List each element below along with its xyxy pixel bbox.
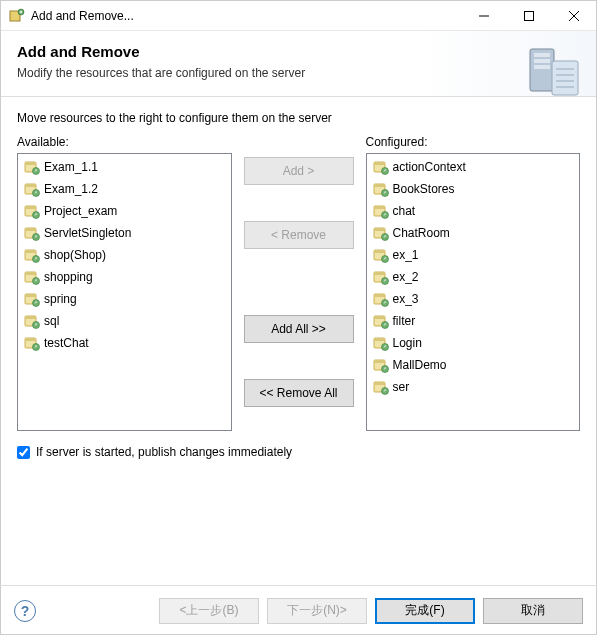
- list-item[interactable]: Exam_1.1: [20, 156, 229, 178]
- content-area: Move resources to the right to configure…: [1, 97, 596, 469]
- list-item[interactable]: Login: [369, 332, 578, 354]
- svg-rect-4: [534, 53, 550, 57]
- list-item[interactable]: ServletSingleton: [20, 222, 229, 244]
- remove-all-button[interactable]: << Remove All: [244, 379, 354, 407]
- close-button[interactable]: [551, 1, 596, 31]
- list-item[interactable]: BookStores: [369, 178, 578, 200]
- list-item[interactable]: spring: [20, 288, 229, 310]
- module-icon: [24, 225, 40, 241]
- svg-rect-6: [534, 65, 550, 69]
- module-icon: [373, 269, 389, 285]
- svg-rect-64: [374, 338, 385, 341]
- list-item[interactable]: shopping: [20, 266, 229, 288]
- svg-rect-61: [374, 316, 385, 319]
- list-item-label: ex_1: [393, 248, 419, 262]
- module-icon: [24, 181, 40, 197]
- list-item[interactable]: ChatRoom: [369, 222, 578, 244]
- wizard-footer: ? <上一步(B) 下一步(N)> 完成(F) 取消: [0, 585, 597, 635]
- page-title: Add and Remove: [17, 43, 580, 60]
- next-button[interactable]: 下一步(N)>: [267, 598, 367, 624]
- svg-rect-25: [25, 250, 36, 253]
- svg-rect-46: [374, 206, 385, 209]
- cancel-button[interactable]: 取消: [483, 598, 583, 624]
- svg-rect-34: [25, 316, 36, 319]
- minimize-button[interactable]: [461, 1, 506, 31]
- svg-rect-31: [25, 294, 36, 297]
- svg-rect-16: [25, 184, 36, 187]
- add-button[interactable]: Add >: [244, 157, 354, 185]
- list-item-label: ser: [393, 380, 410, 394]
- help-icon[interactable]: ?: [14, 600, 36, 622]
- svg-rect-67: [374, 360, 385, 363]
- list-item[interactable]: Project_exam: [20, 200, 229, 222]
- svg-rect-19: [25, 206, 36, 209]
- list-item[interactable]: MallDemo: [369, 354, 578, 376]
- module-icon: [373, 313, 389, 329]
- list-item[interactable]: filter: [369, 310, 578, 332]
- list-item[interactable]: testChat: [20, 332, 229, 354]
- configured-section: Configured: actionContextBookStoreschatC…: [366, 135, 581, 431]
- list-item[interactable]: Exam_1.2: [20, 178, 229, 200]
- svg-rect-5: [534, 59, 550, 63]
- svg-rect-55: [374, 272, 385, 275]
- module-icon: [24, 159, 40, 175]
- list-item-label: ex_3: [393, 292, 419, 306]
- list-item-label: shopping: [44, 270, 93, 284]
- module-icon: [373, 291, 389, 307]
- svg-rect-37: [25, 338, 36, 341]
- list-item-label: spring: [44, 292, 77, 306]
- module-icon: [24, 335, 40, 351]
- list-item-label: actionContext: [393, 160, 466, 174]
- configured-list[interactable]: actionContextBookStoreschatChatRoomex_1e…: [366, 153, 581, 431]
- module-icon: [373, 203, 389, 219]
- module-icon: [373, 181, 389, 197]
- remove-button[interactable]: < Remove: [244, 221, 354, 249]
- configured-label: Configured:: [366, 135, 581, 149]
- svg-rect-58: [374, 294, 385, 297]
- list-item[interactable]: actionContext: [369, 156, 578, 178]
- list-item-label: filter: [393, 314, 416, 328]
- module-icon: [24, 269, 40, 285]
- transfer-buttons: Add > < Remove Add All >> << Remove All: [244, 135, 354, 431]
- list-item-label: ServletSingleton: [44, 226, 131, 240]
- svg-rect-70: [374, 382, 385, 385]
- publish-checkbox[interactable]: [17, 446, 30, 459]
- list-item-label: ChatRoom: [393, 226, 450, 240]
- window-controls: [461, 1, 596, 30]
- list-item-label: BookStores: [393, 182, 455, 196]
- list-item-label: MallDemo: [393, 358, 447, 372]
- list-item-label: ex_2: [393, 270, 419, 284]
- module-icon: [24, 203, 40, 219]
- add-all-button[interactable]: Add All >>: [244, 315, 354, 343]
- list-item[interactable]: ex_3: [369, 288, 578, 310]
- module-icon: [373, 225, 389, 241]
- list-item[interactable]: shop(Shop): [20, 244, 229, 266]
- list-item[interactable]: ex_1: [369, 244, 578, 266]
- list-item[interactable]: sql: [20, 310, 229, 332]
- list-item-label: Exam_1.2: [44, 182, 98, 196]
- svg-rect-2: [524, 12, 533, 21]
- module-icon: [373, 247, 389, 263]
- list-item[interactable]: chat: [369, 200, 578, 222]
- maximize-button[interactable]: [506, 1, 551, 31]
- instruction-text: Move resources to the right to configure…: [17, 111, 580, 125]
- titlebar: Add and Remove...: [1, 1, 596, 31]
- publish-checkbox-row[interactable]: If server is started, publish changes im…: [17, 445, 580, 459]
- finish-button[interactable]: 完成(F): [375, 598, 475, 624]
- svg-rect-13: [25, 162, 36, 165]
- available-section: Available: Exam_1.1Exam_1.2Project_examS…: [17, 135, 232, 431]
- header-illustration: [524, 43, 584, 103]
- module-icon: [373, 379, 389, 395]
- module-icon: [24, 247, 40, 263]
- list-item[interactable]: ser: [369, 376, 578, 398]
- list-item-label: Exam_1.1: [44, 160, 98, 174]
- svg-rect-43: [374, 184, 385, 187]
- available-list[interactable]: Exam_1.1Exam_1.2Project_examServletSingl…: [17, 153, 232, 431]
- svg-rect-49: [374, 228, 385, 231]
- back-button[interactable]: <上一步(B): [159, 598, 259, 624]
- list-item[interactable]: ex_2: [369, 266, 578, 288]
- svg-rect-28: [25, 272, 36, 275]
- list-item-label: shop(Shop): [44, 248, 106, 262]
- wizard-header: Add and Remove Modify the resources that…: [1, 31, 596, 97]
- svg-rect-40: [374, 162, 385, 165]
